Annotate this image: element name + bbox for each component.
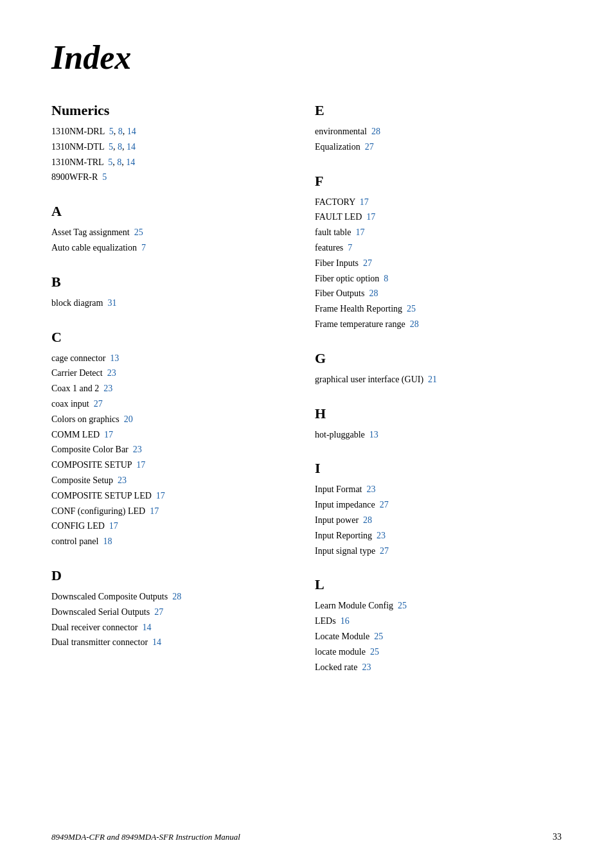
section-a: A Asset Tag assignment 25 Auto cable equ…: [51, 203, 289, 256]
footer-manual-title: 8949MDA-CFR and 8949MDA-SFR Instruction …: [51, 832, 240, 842]
section-l: L Learn Module Config 25 LEDs 16 Locate …: [315, 576, 553, 675]
section-heading-e: E: [315, 102, 553, 119]
entry-fiber-inputs: Fiber Inputs 27: [315, 256, 553, 271]
entry-asset-tag: Asset Tag assignment 25: [51, 225, 289, 240]
entry-composite-setup-lower: Composite Setup 23: [51, 473, 289, 488]
entry-fault-table: fault table 17: [315, 225, 553, 240]
section-heading-l: L: [315, 576, 553, 593]
entry-comm-led: COMM LED 17: [51, 427, 289, 443]
entry-locate-module-upper: Locate Module 25: [315, 629, 553, 644]
section-c: C cage connector 13 Carrier Detect 23 Co…: [51, 329, 289, 549]
entry-input-impedance: Input impedance 27: [315, 497, 553, 513]
entry-config-led: CONFIG LED 17: [51, 518, 289, 534]
entry-hot-pluggable: hot-pluggable 13: [315, 427, 553, 443]
section-h: H hot-pluggable 13: [315, 405, 553, 443]
entry-equalization: Equalization 27: [315, 139, 553, 155]
entry-carrier-detect: Carrier Detect 23: [51, 366, 289, 381]
page-footer: 8949MDA-CFR and 8949MDA-SFR Instruction …: [51, 832, 562, 842]
section-heading-b: B: [51, 274, 289, 290]
section-i: I Input Format 23 Input impedance 27 Inp…: [315, 460, 553, 558]
footer-page-number: 33: [553, 832, 562, 842]
right-column: E environmental 28 Equalization 27 F FAC…: [315, 102, 553, 693]
entry-colors-graphics: Colors on graphics 20: [51, 412, 289, 427]
entry-input-format: Input Format 23: [315, 482, 553, 497]
entry-cage-connector: cage connector 13: [51, 351, 289, 366]
section-heading-d: D: [51, 567, 289, 584]
section-f: F FACTORY 17 FAULT LED 17 fault table 17…: [315, 173, 553, 332]
entry-auto-cable: Auto cable equalization 7: [51, 240, 289, 256]
entry-conf-led: CONF (configuring) LED 17: [51, 504, 289, 519]
entry-composite-setup-upper: COMPOSITE SETUP 17: [51, 457, 289, 473]
section-g: G graphical user interface (GUI) 21: [315, 350, 553, 387]
entry-leds: LEDs 16: [315, 614, 553, 629]
entry-fiber-optic-option: Fiber optic option 8: [315, 271, 553, 287]
entry-coax-input: coax input 27: [51, 396, 289, 412]
section-numerics: Numerics 1310NM-DRL 5, 8, 14 1310NM-DTL …: [51, 102, 289, 185]
entry-8900wfr-r: 8900WFR-R 5: [51, 170, 289, 185]
entry-fiber-outputs: Fiber Outputs 28: [315, 286, 553, 301]
entry-coax-1-and-2: Coax 1 and 2 23: [51, 381, 289, 396]
section-heading-numerics: Numerics: [51, 102, 289, 119]
entry-factory: FACTORY 17: [315, 195, 553, 210]
entry-features: features 7: [315, 240, 553, 256]
section-b: B block diagram 31: [51, 274, 289, 311]
section-d: D Downscaled Composite Outputs 28 Downsc…: [51, 567, 289, 650]
entry-1310nm-dtl: 1310NM-DTL 5, 8, 14: [51, 139, 289, 155]
entry-environmental: environmental 28: [315, 124, 553, 139]
left-column: Numerics 1310NM-DRL 5, 8, 14 1310NM-DTL …: [51, 102, 289, 693]
section-heading-a: A: [51, 203, 289, 220]
entry-input-signal-type: Input signal type 27: [315, 544, 553, 559]
entry-control-panel: control panel 18: [51, 534, 289, 549]
entry-learn-module: Learn Module Config 25: [315, 598, 553, 614]
entry-gui: graphical user interface (GUI) 21: [315, 372, 553, 387]
entry-1310nm-trl: 1310NM-TRL 5, 8, 14: [51, 155, 289, 170]
entry-locate-module-lower: locate module 25: [315, 644, 553, 660]
entry-downscaled-composite: Downscaled Composite Outputs 28: [51, 589, 289, 605]
entry-dual-receiver: Dual receiver connector 14: [51, 620, 289, 635]
entry-composite-color-bar: Composite Color Bar 23: [51, 442, 289, 457]
section-heading-f: F: [315, 173, 553, 190]
section-heading-h: H: [315, 405, 553, 422]
entry-frame-temp: Frame temperature range 28: [315, 317, 553, 332]
entry-block-diagram: block diagram 31: [51, 296, 289, 311]
section-heading-i: I: [315, 460, 553, 477]
entry-input-power: Input power 28: [315, 513, 553, 528]
page-title: Index: [51, 39, 562, 76]
entry-1310nm-drl: 1310NM-DRL 5, 8, 14: [51, 124, 289, 139]
section-heading-c: C: [51, 329, 289, 346]
entry-dual-transmitter: Dual transmitter connector 14: [51, 635, 289, 650]
section-heading-g: G: [315, 350, 553, 367]
entry-composite-setup-led: COMPOSITE SETUP LED 17: [51, 488, 289, 504]
entry-locked-rate: Locked rate 23: [315, 660, 553, 675]
section-e: E environmental 28 Equalization 27: [315, 102, 553, 155]
entry-fault-led: FAULT LED 17: [315, 209, 553, 225]
entry-frame-health: Frame Health Reporting 25: [315, 301, 553, 317]
entry-downscaled-serial: Downscaled Serial Outputs 27: [51, 605, 289, 620]
entry-input-reporting: Input Reporting 23: [315, 528, 553, 544]
content-wrapper: Numerics 1310NM-DRL 5, 8, 14 1310NM-DTL …: [51, 102, 562, 693]
